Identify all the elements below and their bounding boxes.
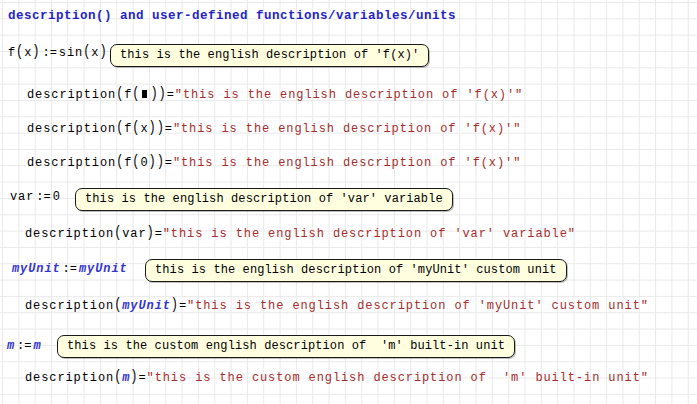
parenthesis: (: [132, 85, 140, 103]
math-text: var: [10, 190, 34, 204]
math-text: description: [25, 227, 114, 241]
math-text: description: [25, 371, 114, 385]
math-text: f: [8, 46, 16, 60]
math-text: description: [27, 156, 116, 170]
math-text: =: [155, 227, 163, 241]
definition-operator: :=: [17, 339, 31, 353]
parenthesis: (: [116, 153, 124, 171]
math-text: =: [138, 371, 146, 385]
parenthesis: ): [99, 43, 107, 61]
math-text: description: [27, 88, 116, 102]
description-note-myunit[interactable]: this is the english description of 'myUn…: [145, 259, 567, 282]
parenthesis: (: [132, 153, 140, 171]
parenthesis: ): [171, 296, 179, 314]
unit-name: m: [7, 339, 15, 353]
page-title[interactable]: description() and user-defined functions…: [8, 9, 456, 23]
math-region-description-f-x[interactable]: description(f(x))="this is the english d…: [27, 122, 521, 136]
parenthesis: (: [116, 85, 124, 103]
math-region-description-myunit[interactable]: description(myUnit)="this is the english…: [25, 299, 649, 313]
placeholder-icon: [142, 90, 147, 98]
parenthesis: (: [114, 368, 122, 386]
parenthesis: ): [130, 368, 138, 386]
definition-operator: :=: [63, 262, 77, 276]
unit-name: myUnit: [122, 299, 171, 313]
unit-name: myUnit: [79, 262, 128, 276]
unit-name: m: [34, 339, 42, 353]
parenthesis: ): [149, 153, 157, 171]
definition-operator: :=: [36, 190, 50, 204]
math-region-f-definition[interactable]: f(x):=sin(x): [8, 46, 107, 60]
math-text: =: [165, 122, 173, 136]
parenthesis: ): [157, 119, 165, 137]
definition-operator: :=: [42, 46, 56, 60]
parenthesis: (: [114, 224, 122, 242]
math-text: x: [91, 46, 99, 60]
parenthesis: (: [83, 43, 91, 61]
parenthesis: ): [150, 85, 158, 103]
unit-name: myUnit: [12, 262, 61, 276]
unit-name: m: [122, 371, 130, 385]
description-note-var[interactable]: this is the english description of 'var'…: [75, 188, 453, 211]
math-text: f: [124, 156, 132, 170]
math-region-description-f-placeholder[interactable]: description(f())="this is the english de…: [27, 88, 523, 102]
parenthesis: (: [114, 296, 122, 314]
string-result: "this is the english description of 'f(x…: [173, 122, 521, 136]
string-result: "this is the english description of 'myU…: [187, 299, 649, 313]
string-result: "this is the custom english description …: [147, 371, 649, 385]
math-text: f: [124, 88, 132, 102]
parenthesis: ): [149, 119, 157, 137]
math-region-m-definition[interactable]: m:=m: [7, 339, 42, 353]
math-text: description: [27, 122, 116, 136]
math-text: 0: [53, 190, 61, 204]
parenthesis: (: [116, 119, 124, 137]
math-region-myunit-definition[interactable]: myUnit:=myUnit: [12, 262, 128, 276]
parenthesis: (: [132, 119, 140, 137]
string-result: "this is the english description of 'f(x…: [175, 88, 523, 102]
worksheet-canvas[interactable]: description() and user-defined functions…: [0, 0, 697, 404]
description-note-m[interactable]: this is the custom english description o…: [57, 335, 515, 358]
parenthesis: ): [147, 224, 155, 242]
math-text: var: [122, 227, 146, 241]
math-text: 0: [140, 156, 148, 170]
math-region-description-var[interactable]: description(var)="this is the english de…: [25, 227, 576, 241]
math-text: x: [140, 122, 148, 136]
string-result: "this is the english description of 'f(x…: [173, 156, 521, 170]
math-region-description-m[interactable]: description(m)="this is the custom engli…: [25, 371, 649, 385]
description-note-f[interactable]: this is the english description of 'f(x)…: [110, 44, 429, 67]
math-text: f: [124, 122, 132, 136]
parenthesis: ): [32, 43, 40, 61]
math-region-var-definition[interactable]: var:=0: [10, 190, 61, 204]
string-result: "this is the english description of 'var…: [163, 227, 576, 241]
math-region-description-f-0[interactable]: description(f(0))="this is the english d…: [27, 156, 521, 170]
math-text: description: [25, 299, 114, 313]
math-text: =: [167, 88, 175, 102]
math-text: =: [165, 156, 173, 170]
parenthesis: (: [16, 43, 24, 61]
parenthesis: ): [157, 153, 165, 171]
math-text: sin: [59, 46, 83, 60]
math-text: x: [24, 46, 32, 60]
math-text: =: [179, 299, 187, 313]
parenthesis: ): [159, 85, 167, 103]
